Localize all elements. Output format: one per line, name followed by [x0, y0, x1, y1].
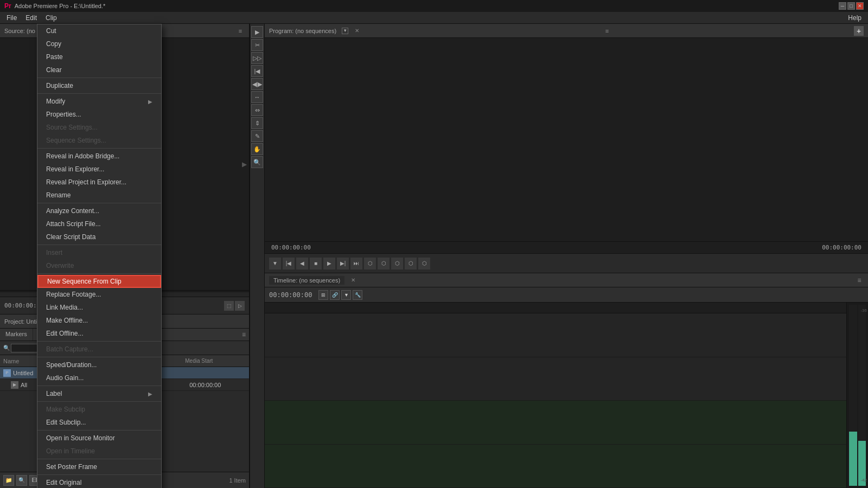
minimize-button[interactable]: ─ [839, 2, 846, 10]
ctx-item-copy[interactable]: Copy [37, 37, 161, 50]
timeline-close[interactable]: ✕ [350, 277, 356, 284]
level-meters: -36 -42 [847, 303, 868, 488]
ctx-item-rename[interactable]: Rename [37, 189, 161, 202]
ctx-item-new_sequence[interactable]: New Sequence From Clip [37, 275, 161, 288]
program-monitor-dropdown[interactable]: ▼ [342, 28, 348, 34]
tab-markers[interactable]: Markers [0, 329, 33, 341]
tl-btn-snap[interactable]: ⊞ [318, 290, 328, 300]
ctx-item-edit_offline[interactable]: Edit Offline... [37, 327, 161, 340]
tl-btn-link[interactable]: 🔗 [330, 290, 340, 300]
track-a1 [265, 401, 846, 445]
program-controls: ▼ |◀ ◀ ■ ▶ ▶| ⏭ ⬡ ⬡ ⬡ ⬡ ⬡ [265, 253, 868, 273]
tool-track-select[interactable]: ▷▷ [251, 52, 263, 64]
ctx-label-paste: Paste [46, 53, 63, 61]
prog-btn-stop[interactable]: ■ [310, 258, 322, 269]
menu-help[interactable]: Help [844, 13, 866, 23]
ctx-item-clear_script[interactable]: Clear Script Data [37, 230, 161, 243]
program-monitor-title: Program: (no sequences) [269, 28, 336, 34]
tool-razor[interactable]: ✂ [251, 39, 263, 51]
program-add-button[interactable]: + [854, 26, 864, 36]
ctrl-btn-2[interactable]: ▷ [235, 301, 245, 311]
ctx-label-label: Label [46, 390, 62, 397]
menu-file[interactable]: File [2, 13, 21, 23]
title-bar: Pr Adobe Premiere Pro - E:\Untitled.* ─ … [0, 0, 868, 12]
prog-btn-step-fwd[interactable]: ▶| [337, 258, 349, 269]
program-monitor-area [265, 38, 868, 241]
prog-btn-export[interactable]: ⬡ [418, 258, 430, 269]
ctx-item-link_media[interactable]: Link Media... [37, 301, 161, 314]
tool-pen[interactable]: ✎ [251, 130, 263, 142]
program-monitor: Program: (no sequences) ▼ ✕ ≡ + 00:00:00… [265, 24, 868, 273]
mid-tabs-menu[interactable]: ≡ [239, 329, 249, 341]
ctx-item-clear[interactable]: Clear [37, 63, 161, 76]
tool-ripple[interactable]: |◀ [251, 65, 263, 77]
prog-btn-marker-down[interactable]: ▼ [269, 258, 281, 269]
item-count: 1 Item [229, 477, 246, 484]
timeline-timecode: 00:00:00:00 [269, 291, 312, 299]
program-monitor-menu[interactable]: ≡ [603, 27, 611, 35]
search-bin-btn[interactable]: 🔍 [16, 475, 27, 486]
ctx-item-cut[interactable]: Cut [37, 24, 161, 37]
ctx-separator [37, 273, 161, 274]
ctx-item-attach_script[interactable]: Attach Script File... [37, 217, 161, 230]
prog-btn-step-back[interactable]: |◀ [283, 258, 295, 269]
prog-btn-play-back[interactable]: ◀ [296, 258, 308, 269]
ctx-arrow-label: ▶ [148, 391, 152, 397]
prog-btn-overwrite[interactable]: ⬡ [405, 258, 417, 269]
timeline-menu[interactable]: ≡ [855, 276, 864, 285]
timeline-tab[interactable]: Timeline: (no sequences) [269, 276, 344, 285]
source-monitor-menu[interactable]: ≡ [236, 27, 245, 35]
ctx-item-make_offline[interactable]: Make Offline... [37, 314, 161, 327]
scroll-arrow: ▶ [242, 160, 247, 168]
ctx-separator [37, 474, 161, 475]
close-button[interactable]: ✕ [856, 2, 864, 10]
tool-slide[interactable]: ⇕ [251, 117, 263, 129]
ctx-item-edit_subclip[interactable]: Edit Subclip... [37, 416, 161, 429]
ctx-item-label[interactable]: Label▶ [37, 387, 161, 400]
ctx-label-reveal_bridge: Reveal in Adobe Bridge... [46, 152, 119, 160]
tl-btn-wrench[interactable]: 🔧 [353, 290, 362, 300]
tool-rolling[interactable]: ◀|▶ [251, 78, 263, 90]
ctx-item-edit_original[interactable]: Edit Original [37, 476, 161, 488]
menu-edit[interactable]: Edit [21, 13, 41, 23]
ctx-item-reveal_project[interactable]: Reveal Project in Explorer... [37, 176, 161, 189]
ctx-item-properties[interactable]: Properties... [37, 108, 161, 121]
prog-btn-lift[interactable]: ⬡ [364, 258, 376, 269]
ctx-item-sequence_settings: Sequence Settings... [37, 134, 161, 147]
ctx-item-modify[interactable]: Modify▶ [37, 95, 161, 108]
ctx-item-duplicate[interactable]: Duplicate [37, 79, 161, 92]
tool-slip[interactable]: ⇔ [251, 104, 263, 116]
db-label-top: -36 [860, 308, 867, 313]
ctx-separator [37, 148, 161, 149]
prog-btn-insert[interactable]: ⬡ [391, 258, 403, 269]
prog-btn-play[interactable]: ▶ [323, 258, 335, 269]
ctx-item-insert: Insert [37, 246, 161, 259]
prog-btn-next[interactable]: ⏭ [350, 258, 362, 269]
prog-btn-extract[interactable]: ⬡ [378, 258, 390, 269]
prog-timecode-right: 00:00:00:00 [822, 244, 861, 251]
ctx-separator [37, 245, 161, 245]
tool-zoom[interactable]: 🔍 [251, 156, 263, 168]
ctx-item-set_poster[interactable]: Set Poster Frame [37, 460, 161, 473]
tool-rate-stretch[interactable]: ↔ [251, 91, 263, 103]
program-monitor-close[interactable]: ✕ [354, 28, 360, 34]
new-bin-btn[interactable]: 📁 [3, 475, 14, 486]
ctrl-btn-1[interactable]: ⬚ [224, 301, 234, 311]
ctx-separator [37, 341, 161, 342]
ctx-separator [37, 401, 161, 402]
ctx-label-properties: Properties... [46, 111, 81, 118]
tool-hand[interactable]: ✋ [251, 143, 263, 155]
ctx-item-analyze[interactable]: Analyze Content... [37, 204, 161, 217]
ctx-item-speed_duration[interactable]: Speed/Duration... [37, 358, 161, 371]
ctx-item-reveal_explorer[interactable]: Reveal in Explorer... [37, 163, 161, 176]
ctx-item-audio_gain[interactable]: Audio Gain... [37, 371, 161, 384]
restore-button[interactable]: □ [847, 2, 855, 10]
menu-clip[interactable]: Clip [41, 13, 61, 23]
ctx-item-open_source[interactable]: Open in Source Monitor [37, 432, 161, 445]
ctx-item-replace_footage[interactable]: Replace Footage... [37, 288, 161, 301]
timeline-ruler [265, 303, 846, 313]
ctx-item-reveal_bridge[interactable]: Reveal in Adobe Bridge... [37, 150, 161, 163]
ctx-item-paste[interactable]: Paste [37, 50, 161, 63]
tl-btn-marker[interactable]: ▼ [341, 290, 351, 300]
tool-selection[interactable]: ▶ [251, 26, 263, 38]
